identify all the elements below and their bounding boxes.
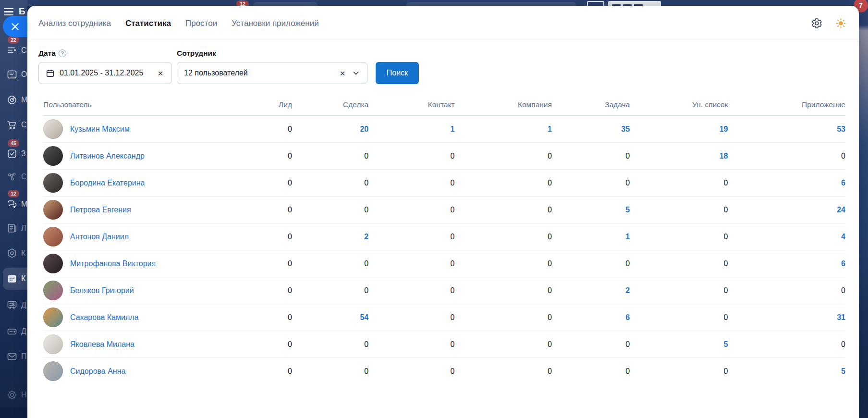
stat-value: 0 bbox=[288, 367, 292, 375]
tab-2[interactable]: Статистика bbox=[125, 19, 171, 28]
user-name-link[interactable]: Антонов Даниил bbox=[70, 233, 129, 241]
stat-value: 0 bbox=[625, 179, 630, 187]
column-header-4: Контакт bbox=[368, 96, 454, 116]
user-name-link[interactable]: Литвинов Александр bbox=[70, 152, 145, 160]
stat-value: 0 bbox=[451, 179, 455, 187]
tab-3[interactable]: Простои bbox=[185, 19, 217, 28]
stat-value-link[interactable]: 5 bbox=[841, 367, 845, 375]
stat-value: 0 bbox=[451, 152, 455, 160]
sidebar-item-tasks[interactable]: 45З bbox=[0, 143, 27, 165]
stat-value-link[interactable]: 5 bbox=[625, 206, 630, 214]
stat-value: 0 bbox=[548, 206, 552, 214]
user-name-link[interactable]: Беляков Григорий bbox=[70, 286, 134, 295]
stat-value-link[interactable]: 5 bbox=[724, 340, 728, 348]
avatar bbox=[43, 200, 63, 220]
sidebar-item-label: К bbox=[21, 274, 25, 283]
settings-gear-icon[interactable] bbox=[811, 18, 822, 29]
date-range-input[interactable]: 01.01.2025 - 31.12.2025 × bbox=[38, 62, 172, 84]
stat-value: 0 bbox=[625, 259, 630, 268]
stat-value: 0 bbox=[548, 259, 552, 268]
sidebar-item-planner[interactable]: О bbox=[0, 63, 27, 86]
stat-value-link[interactable]: 19 bbox=[720, 125, 728, 133]
stat-value: 0 bbox=[364, 367, 368, 375]
stat-value: 0 bbox=[841, 286, 845, 295]
stat-value: 0 bbox=[364, 259, 368, 268]
user-name-link[interactable]: Митрофанова Виктория bbox=[70, 259, 156, 268]
sidebar-item-shop[interactable]: C bbox=[0, 114, 27, 136]
stat-value-link[interactable]: 24 bbox=[837, 206, 845, 214]
sidebar-item-settings[interactable]: Н bbox=[0, 384, 27, 406]
table-row: Митрофанова Виктория0000006 bbox=[43, 250, 845, 277]
column-header-6: Задача bbox=[552, 96, 630, 116]
sidebar-item-network[interactable]: С bbox=[0, 166, 27, 188]
employee-filter-label: Сотрудник bbox=[177, 49, 376, 58]
sidebar-item-crm[interactable]: К bbox=[0, 242, 27, 264]
avatar bbox=[43, 307, 63, 327]
stat-value: 0 bbox=[288, 206, 292, 214]
sidebar-badge: 45 bbox=[8, 139, 19, 147]
user-name-link[interactable]: Бородина Екатерина bbox=[70, 179, 145, 187]
sidebar-item-label: О bbox=[21, 70, 27, 79]
table-row: Литвинов Александр00000180 bbox=[43, 143, 845, 170]
network-icon bbox=[6, 171, 18, 183]
chevron-down-icon[interactable] bbox=[352, 69, 360, 77]
table-row: Петрова Евгения00005024 bbox=[43, 197, 845, 223]
stat-value-link[interactable]: 6 bbox=[841, 259, 845, 268]
sidebar-item-label: Д bbox=[21, 327, 26, 336]
sidebar-item-marketing[interactable]: М bbox=[0, 89, 27, 111]
stat-value-link[interactable]: 1 bbox=[451, 125, 455, 133]
stat-value-link[interactable]: 20 bbox=[360, 125, 368, 133]
sidebar-item-calendar[interactable]: К bbox=[3, 268, 27, 290]
user-name-link[interactable]: Петрова Евгения bbox=[70, 206, 131, 214]
sidebar-badge: 22 bbox=[8, 36, 19, 44]
stat-value-link[interactable]: 31 bbox=[837, 313, 845, 321]
sidebar-item-label: С bbox=[21, 172, 27, 181]
stat-value: 0 bbox=[625, 367, 630, 375]
stat-value-link[interactable]: 35 bbox=[621, 125, 630, 133]
stat-value-link[interactable]: 2 bbox=[625, 286, 630, 295]
stat-value: 0 bbox=[451, 313, 455, 321]
stat-value: 0 bbox=[451, 206, 455, 214]
stat-value: 0 bbox=[451, 367, 455, 375]
tab-1[interactable]: Анализ сотрудника bbox=[38, 19, 111, 28]
avatar bbox=[43, 227, 63, 246]
stat-value-link[interactable]: 53 bbox=[837, 125, 845, 133]
user-name-link[interactable]: Яковлева Милана bbox=[70, 340, 134, 349]
user-name-link[interactable]: Сидорова Анна bbox=[70, 367, 125, 376]
stat-value-link[interactable]: 6 bbox=[841, 179, 845, 187]
theme-sun-icon[interactable] bbox=[835, 18, 846, 29]
sidebar-item-boards[interactable]: Д bbox=[0, 294, 27, 316]
tab-4[interactable]: Установки приложений bbox=[232, 19, 318, 28]
panel-close-button[interactable] bbox=[3, 16, 27, 37]
sidebar-item-feed[interactable]: 22C bbox=[0, 39, 27, 61]
stat-value-link[interactable]: 18 bbox=[720, 152, 728, 160]
table-row: Бородина Екатерина0000006 bbox=[43, 170, 845, 197]
stat-value-link[interactable]: 54 bbox=[360, 313, 368, 321]
sidebar-item-drive[interactable]: Д bbox=[0, 320, 27, 343]
sidebar-item-label: М bbox=[21, 96, 27, 104]
chat-icon bbox=[6, 198, 18, 210]
sidebar-item-messenger[interactable]: 12М bbox=[0, 193, 27, 215]
employee-select[interactable]: 12 пользователей × bbox=[177, 62, 367, 84]
help-icon[interactable]: ? bbox=[59, 49, 66, 57]
stat-value-link[interactable]: 1 bbox=[548, 125, 552, 133]
panel-tabs: Анализ сотрудникаСтатистикаПростоиУстано… bbox=[27, 6, 859, 41]
sidebar-item-mail[interactable]: П bbox=[0, 345, 27, 368]
calendar-icon bbox=[6, 273, 18, 284]
user-name-link[interactable]: Сахарова Камилла bbox=[70, 313, 139, 322]
stat-value-link[interactable]: 6 bbox=[625, 313, 630, 321]
stat-value-link[interactable]: 2 bbox=[364, 233, 368, 241]
clear-date-icon[interactable]: × bbox=[156, 69, 165, 77]
sidebar-item-news[interactable]: Л bbox=[0, 217, 27, 239]
sidebar-badge: 12 bbox=[8, 190, 19, 197]
clear-employee-icon[interactable]: × bbox=[338, 69, 347, 77]
stat-value: 0 bbox=[288, 233, 292, 241]
board-icon bbox=[6, 299, 18, 311]
table-row: Антонов Даниил0200104 bbox=[43, 223, 845, 250]
stat-value: 0 bbox=[841, 152, 845, 160]
user-name-link[interactable]: Кузьмин Максим bbox=[70, 125, 130, 134]
search-button[interactable]: Поиск bbox=[376, 62, 419, 84]
stat-value-link[interactable]: 4 bbox=[841, 233, 845, 241]
stat-value-link[interactable]: 1 bbox=[625, 233, 630, 241]
sidebar-item-label: C bbox=[21, 121, 27, 129]
